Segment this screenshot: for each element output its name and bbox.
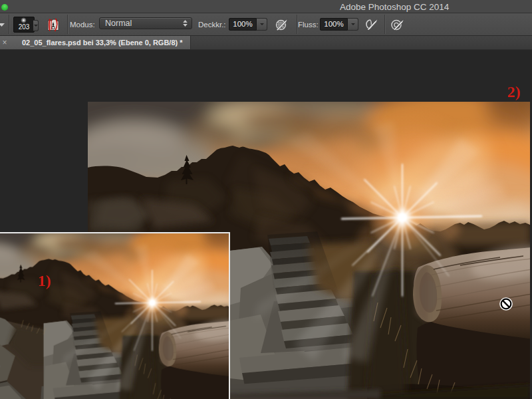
svg-text:2): 2)	[507, 83, 521, 100]
svg-text:1): 1)	[38, 272, 51, 289]
